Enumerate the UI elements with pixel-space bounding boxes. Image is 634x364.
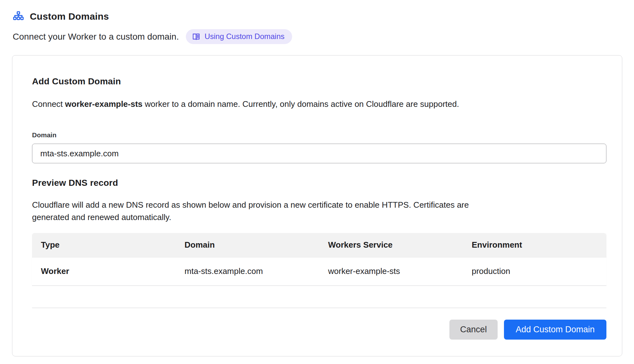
domain-input[interactable] bbox=[32, 144, 606, 163]
footer-actions: Cancel Add Custom Domain bbox=[32, 320, 606, 340]
domain-field: Domain bbox=[32, 131, 604, 163]
column-header-workers-service: Workers Service bbox=[319, 233, 463, 257]
preview-dns-heading: Preview DNS record bbox=[32, 178, 604, 188]
cell-type: Worker bbox=[32, 257, 176, 286]
docs-link-label: Using Custom Domains bbox=[205, 32, 284, 41]
preview-dns-description: Cloudflare will add a new DNS record as … bbox=[32, 199, 501, 224]
worker-name: worker-example-sts bbox=[65, 99, 142, 109]
column-header-type: Type bbox=[32, 233, 176, 257]
using-custom-domains-docs-link[interactable]: Using Custom Domains bbox=[186, 29, 292, 44]
footer-divider bbox=[32, 308, 606, 308]
card-description: Connect worker-example-sts worker to a d… bbox=[32, 98, 604, 110]
column-header-domain: Domain bbox=[176, 233, 319, 257]
dns-preview-table: Type Domain Workers Service Environment … bbox=[32, 233, 606, 286]
book-open-icon bbox=[192, 32, 200, 41]
table-header-row: Type Domain Workers Service Environment bbox=[32, 233, 606, 257]
domain-label: Domain bbox=[32, 131, 604, 139]
spacer bbox=[32, 286, 604, 308]
cell-domain: mta-sts.example.com bbox=[176, 257, 319, 286]
cell-workers-service: worker-example-sts bbox=[319, 257, 463, 286]
add-custom-domain-card: Add Custom Domain Connect worker-example… bbox=[12, 55, 622, 356]
description-prefix: Connect bbox=[32, 99, 65, 109]
column-header-environment: Environment bbox=[463, 233, 606, 257]
add-custom-domain-button[interactable]: Add Custom Domain bbox=[504, 320, 606, 340]
cell-environment: production bbox=[463, 257, 606, 286]
page-subtitle: Connect your Worker to a custom domain. bbox=[13, 32, 179, 42]
page-header: Custom Domains Connect your Worker to a … bbox=[12, 11, 622, 44]
cancel-button[interactable]: Cancel bbox=[449, 320, 498, 340]
page-title: Custom Domains bbox=[30, 11, 109, 22]
sitemap-icon bbox=[13, 11, 24, 22]
card-heading: Add Custom Domain bbox=[32, 76, 604, 87]
table-row: Worker mta-sts.example.com worker-exampl… bbox=[32, 257, 606, 286]
description-suffix: worker to a domain name. Currently, only… bbox=[142, 99, 459, 109]
custom-domains-page: Custom Domains Connect your Worker to a … bbox=[0, 0, 634, 364]
